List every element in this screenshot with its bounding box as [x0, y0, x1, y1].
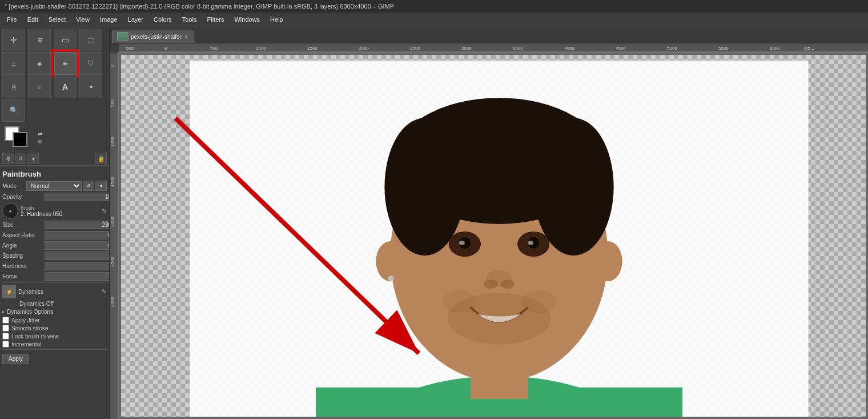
menu-view[interactable]: View [71, 15, 94, 24]
svg-text:2500: 2500 [110, 257, 115, 267]
tab-thumb-img [118, 33, 128, 41]
svg-text:2000: 2000 [110, 217, 115, 227]
reset-icon[interactable]: ↺ [15, 153, 26, 164]
mode-cycle-btn[interactable]: ↺ [83, 181, 94, 191]
menu-file[interactable]: File [2, 15, 22, 24]
smooth-stroke-label: Smooth stroke [11, 325, 48, 332]
brush-name: 2. Hardness 050 [21, 211, 99, 217]
background-color[interactable] [13, 132, 27, 147]
lock-icon[interactable]: 🔒 [95, 153, 107, 164]
tool-select-rect[interactable]: ▭ [54, 29, 77, 51]
title-text: * [pexels-justin-shaifer-501272-1222271]… [5, 3, 394, 10]
opacity-input[interactable] [45, 193, 109, 201]
svg-text:1000: 1000 [110, 137, 115, 147]
brush-edit-btn[interactable]: ✎ [102, 207, 107, 215]
tool-fuzzy[interactable]: ◈ [28, 52, 51, 75]
dynamics-options-label: Dynamics Options [7, 309, 53, 315]
zoom-icon: 🔍 [10, 106, 18, 114]
heal-icon: ⛉ [88, 60, 94, 67]
tool-text[interactable]: A [54, 75, 77, 98]
hardness-input[interactable] [45, 262, 109, 270]
menu-help[interactable]: Help [266, 15, 288, 24]
svg-text:-500: -500 [124, 46, 134, 51]
text-icon: A [62, 82, 68, 91]
tool-crop[interactable]: ⬚ [79, 29, 102, 51]
menu-bar: File Edit Select View Image Layer Colors… [0, 13, 868, 26]
aspect-ratio-input[interactable] [45, 231, 109, 240]
menu-layer[interactable]: Layer [123, 15, 148, 24]
lock-brush-row: Lock brush to view [2, 333, 107, 340]
tool-options-icon[interactable]: ⚙ [2, 153, 14, 164]
tool-title: Paintbrush [2, 169, 107, 181]
tool-paths[interactable]: ⌂ [2, 52, 25, 75]
svg-text:3500: 3500 [513, 46, 523, 51]
brush-preview: ● Brush 2. Hardness 050 ✎ [2, 203, 107, 219]
config-icon[interactable]: ▾ [27, 153, 39, 164]
menu-windows[interactable]: Windows [230, 15, 264, 24]
svg-text:500: 500 [210, 46, 218, 51]
tool-clone[interactable]: ⎘ [2, 75, 25, 98]
apply-jitter-checkbox[interactable] [2, 317, 9, 324]
angle-input[interactable] [45, 241, 109, 250]
smooth-stroke-row: Smooth stroke [2, 325, 107, 332]
tool-smudge[interactable]: ⌕ [28, 75, 51, 98]
menu-image[interactable]: Image [95, 15, 122, 24]
mode-label: Mode [2, 183, 25, 189]
tool-zoom[interactable]: 🔍 [2, 99, 25, 122]
triangle-icon: ▸ [2, 309, 5, 314]
canvas-viewport[interactable] [119, 53, 868, 419]
aspect-ratio-row: Aspect Ratio ↺ ⛓ [2, 231, 107, 240]
svg-text:0: 0 [164, 46, 167, 51]
menu-filters[interactable]: Filters [203, 15, 229, 24]
svg-text:2500: 2500 [410, 46, 420, 51]
incremental-checkbox[interactable] [2, 341, 9, 348]
opacity-label: Opacity [2, 194, 42, 200]
v-ruler-svg: 0 500 1000 1500 2000 2500 3000 [110, 53, 119, 419]
svg-text:500: 500 [110, 99, 115, 107]
menu-tools[interactable]: Tools [178, 15, 202, 24]
tab-close-icon[interactable]: ✕ [184, 34, 188, 40]
smooth-stroke-checkbox[interactable] [2, 325, 9, 332]
force-input[interactable] [45, 272, 109, 281]
align-icon: ⊞ [37, 37, 42, 44]
top-ruler-area: -500 0 500 1000 1500 2000 2500 3000 3500… [110, 43, 868, 53]
person-layer [121, 55, 866, 417]
svg-point-37 [459, 241, 465, 245]
title-bar: * [pexels-justin-shaifer-501272-1222271]… [0, 0, 868, 13]
tool-align[interactable]: ⊞ [28, 29, 51, 51]
image-tab-active[interactable]: pexels-justin-shaifer ✕ [112, 30, 194, 43]
tool-heal[interactable]: ⛉ [79, 52, 102, 75]
tool-paintbrush[interactable]: ✒ [54, 52, 77, 75]
svg-text:1500: 1500 [307, 46, 318, 51]
default-colors-icon[interactable]: ⊗ [38, 138, 42, 145]
toolbox: ✛ ⊞ ▭ ⬚ ⌂ ◈ ✒ ⛉ [0, 26, 110, 419]
menu-select[interactable]: Select [44, 15, 71, 24]
svg-point-47 [388, 276, 393, 281]
lock-brush-checkbox[interactable] [2, 333, 9, 340]
brush-info: Brush 2. Hardness 050 [21, 205, 99, 217]
svg-point-40 [484, 280, 497, 289]
swap-colors-icon[interactable]: ⇄ [38, 131, 42, 137]
spacing-input[interactable] [45, 252, 109, 260]
svg-text:1500: 1500 [110, 177, 115, 187]
paintbrush-icon: ✒ [62, 59, 69, 68]
tool-colorpicker[interactable]: ✦ [79, 75, 102, 98]
dynamics-edit-btn[interactable]: ✎ [102, 288, 107, 296]
tool-move[interactable]: ✛ [2, 29, 25, 51]
incremental-label: Incremental [11, 341, 41, 348]
apply-jitter-label: Apply Jitter [11, 317, 39, 324]
menu-edit[interactable]: Edit [23, 15, 43, 24]
svg-text:5000: 5000 [667, 46, 677, 51]
svg-text:6000: 6000 [770, 46, 780, 51]
dynamics-value: Dynamics Off [19, 301, 54, 307]
size-label: Size [2, 222, 42, 228]
size-input[interactable] [45, 221, 109, 229]
mode-select[interactable]: Normal [26, 181, 82, 191]
canvas-area: pexels-justin-shaifer ✕ -500 0 500 1000 [110, 26, 868, 419]
move-icon: ✛ [10, 35, 17, 45]
menu-colors[interactable]: Colors [149, 15, 176, 24]
mode-extra-btn[interactable]: ▾ [95, 181, 107, 191]
apply-button[interactable]: Apply [2, 354, 29, 364]
dynamics-label: Dynamics [18, 289, 99, 295]
brush-thumbnail[interactable]: ● [2, 203, 18, 219]
